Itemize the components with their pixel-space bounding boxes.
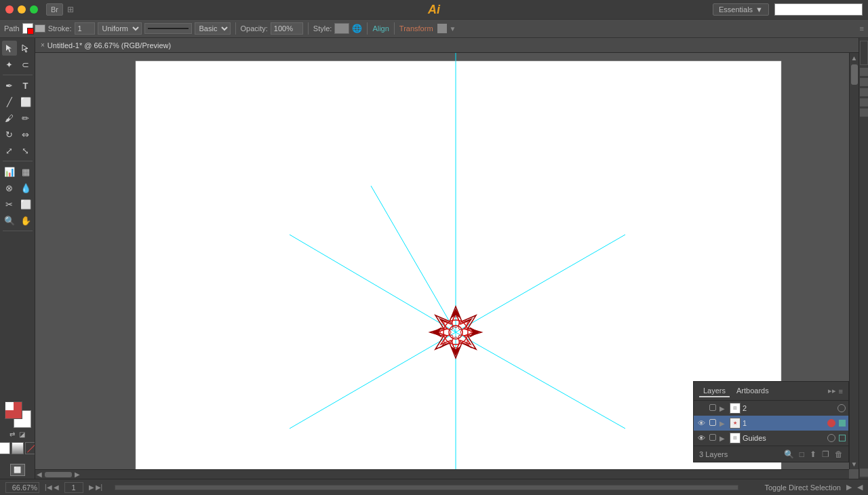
scroll-left-arrow[interactable]: ◀ [35, 469, 43, 479]
blend-tool[interactable]: ⊗ [2, 180, 17, 195]
direct-selection-tool[interactable] [18, 41, 33, 56]
pencil-tool[interactable]: ✏ [18, 111, 33, 125]
layers-new-layer-icon[interactable]: □ [800, 450, 804, 459]
artboards-tab[interactable]: Artboards [732, 385, 773, 397]
layers-menu-icon[interactable]: ≡ [839, 387, 843, 395]
close-button[interactable] [5, 5, 14, 14]
layer-target-2[interactable] [708, 404, 717, 412]
layer-target-guides[interactable] [708, 434, 717, 442]
lasso-tool[interactable]: ⊂ [18, 57, 33, 72]
stroke-color-swatch[interactable] [22, 23, 33, 34]
color-swatches[interactable] [4, 401, 31, 428]
scale-tool[interactable]: ⤢ [2, 143, 17, 158]
zoom-input[interactable] [5, 482, 39, 493]
play-button[interactable]: ▶ [846, 483, 852, 492]
layers-move-icon[interactable]: ⬆ [810, 450, 816, 459]
stroke-weight-swatch[interactable] [35, 24, 45, 33]
scissors-tool[interactable]: ✂ [2, 197, 17, 212]
layer-expand-2[interactable]: ▶ [719, 405, 728, 412]
layers-tab[interactable]: Layers [699, 385, 730, 397]
panel-icon-3[interactable] [860, 88, 868, 96]
panel-icon-2[interactable] [860, 78, 868, 86]
layer-target-1[interactable] [708, 419, 717, 427]
no-fill-icon[interactable] [25, 442, 36, 454]
scroll-up-arrow[interactable]: ▲ [850, 53, 859, 63]
eraser-tool[interactable]: ⬜ [18, 197, 33, 212]
layer-visibility-1[interactable]: 👁 [696, 419, 706, 427]
transform-icon[interactable] [437, 24, 447, 33]
graph-tool[interactable]: 📊 [2, 164, 17, 179]
panel-icon-1[interactable] [860, 68, 868, 76]
panel-icon-4[interactable] [860, 98, 868, 106]
panel-icon-5[interactable] [860, 108, 868, 117]
panel-icon-bottom[interactable] [860, 469, 868, 477]
globe-icon[interactable]: 🌐 [352, 24, 362, 33]
prev-artboard-btn[interactable]: ◀ [54, 483, 59, 491]
layer-row-guides[interactable]: 👁 ▶ ⊞ Guides [694, 431, 848, 446]
style-preview[interactable] [334, 23, 349, 34]
scroll-thumb-v[interactable] [851, 64, 858, 85]
transform-button[interactable]: Transform [399, 24, 433, 33]
arrange-icon[interactable]: ⊞ [67, 5, 74, 14]
last-artboard-btn[interactable]: ▶| [96, 483, 103, 491]
line-style-preview[interactable] [144, 23, 192, 34]
statusbar: |◀ ◀ ▶ ▶| Toggle Direct Selection ▶ ◀ [0, 479, 868, 495]
column-graph-tool[interactable]: ▦ [18, 164, 33, 179]
screen-mode-icon[interactable]: ⬜ [10, 464, 25, 476]
stop-button[interactable]: ◀ [857, 483, 863, 492]
scroll-down-arrow[interactable]: ▼ [850, 459, 859, 469]
next-artboard-btn[interactable]: ▶ [89, 483, 94, 491]
artboard-number-input[interactable] [64, 482, 83, 493]
text-tool[interactable]: T [18, 78, 33, 93]
layers-overflow-arrow[interactable]: ▸▸ [828, 387, 836, 395]
warp-tool[interactable]: ⤡ [18, 143, 33, 158]
canvas-container[interactable]: ▲ ▼ ◀ ▶ Layers Artboards ▸▸ ≡ [35, 53, 859, 479]
style-label: Style: [313, 24, 332, 33]
first-artboard-btn[interactable]: |◀ [45, 483, 52, 491]
layers-copy-icon[interactable]: ❐ [822, 450, 829, 459]
stroke-type-select[interactable]: Uniform [98, 22, 142, 35]
pen-tool[interactable]: ✒ [2, 78, 17, 93]
foreground-color-swatch[interactable] [4, 401, 22, 418]
color-panel-toggle[interactable] [860, 41, 868, 65]
layer-row-2[interactable]: ▶ ⊞ 2 [694, 401, 848, 416]
swap-colors-icon[interactable]: ⇄ [9, 431, 15, 438]
tab-close-button[interactable]: × [41, 41, 45, 49]
scroll-right-arrow[interactable]: ▶ [73, 469, 81, 479]
paintbrush-tool[interactable]: 🖌 [2, 111, 17, 125]
rect-tool[interactable]: ⬜ [18, 94, 33, 109]
line-tool[interactable]: ╱ [2, 94, 17, 109]
workspace-button[interactable]: Essentials ▼ [713, 3, 769, 16]
line-style-select[interactable]: Basic [195, 22, 231, 35]
opacity-input[interactable] [271, 22, 303, 35]
layer-expand-guides[interactable]: ▶ [719, 435, 728, 442]
scroll-thumb-h[interactable] [45, 472, 72, 477]
stroke-weight-input[interactable] [75, 22, 95, 35]
layers-delete-icon[interactable]: 🗑 [835, 450, 843, 459]
vertical-scrollbar[interactable]: ▲ ▼ [849, 53, 859, 469]
hand-tool[interactable]: ✋ [18, 213, 33, 228]
maximize-button[interactable] [30, 5, 38, 14]
layer-expand-1[interactable]: ▶ [719, 420, 728, 427]
solid-fill-icon[interactable] [0, 442, 10, 454]
panel-options-icon[interactable]: ≡ [860, 24, 864, 33]
search-input[interactable] [774, 3, 863, 16]
rotate-tool[interactable]: ↻ [2, 127, 17, 142]
screen-mode[interactable]: ⬜ [10, 464, 25, 476]
transform-arrow[interactable]: ▼ [450, 25, 456, 33]
eyedropper-tool[interactable]: 💧 [18, 180, 33, 195]
bridge-button[interactable]: Br [46, 3, 63, 16]
layer-row-1[interactable]: 👁 ▶ ★ 1 [694, 416, 848, 431]
default-colors-icon[interactable]: ◪ [19, 431, 25, 438]
magic-wand-tool[interactable]: ✦ [2, 57, 17, 72]
minimize-button[interactable] [18, 5, 26, 14]
layer-visibility-guides[interactable]: 👁 [696, 434, 706, 442]
horizontal-scrollbar[interactable]: ◀ ▶ [35, 469, 849, 479]
gradient-fill-icon[interactable] [12, 442, 24, 454]
reflect-tool[interactable]: ⇔ [18, 127, 33, 142]
selection-tool[interactable] [2, 41, 17, 56]
layers-search-icon[interactable]: 🔍 [784, 450, 794, 459]
zoom-tool[interactable]: 🔍 [2, 213, 17, 228]
align-button[interactable]: Align [372, 24, 389, 33]
tool-row-selection [2, 41, 33, 56]
